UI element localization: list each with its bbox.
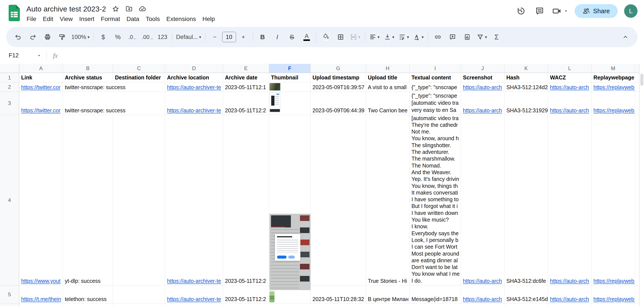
- column-header-I[interactable]: I: [410, 64, 461, 73]
- fill-color-button[interactable]: [318, 31, 333, 43]
- version-history-icon[interactable]: [515, 5, 527, 17]
- cell-I5[interactable]: Message(id=18718: [410, 285, 461, 303]
- menu-data[interactable]: Data: [123, 14, 142, 24]
- menu-file[interactable]: File: [23, 14, 40, 24]
- cell-I1[interactable]: Textual content: [410, 73, 461, 82]
- cell-H1[interactable]: Upload title: [366, 73, 410, 82]
- cell-L4[interactable]: https://auto-arch: [548, 115, 592, 285]
- cell-E1[interactable]: Archive date: [223, 73, 269, 82]
- select-all-corner[interactable]: [0, 64, 19, 73]
- decrease-decimal-button[interactable]: .0←: [125, 31, 140, 43]
- cell-C1[interactable]: Destination folder: [113, 73, 165, 82]
- cell-A3[interactable]: https://twitter.cor: [19, 92, 63, 115]
- cell-link[interactable]: https://auto-arch: [550, 84, 589, 90]
- cell-link[interactable]: https://replayweb.: [594, 296, 635, 302]
- meet-video-icon[interactable]: [552, 6, 568, 16]
- cell-M2[interactable]: https://replayweb.: [592, 82, 635, 92]
- cell-link[interactable]: https://auto-arch: [550, 107, 589, 114]
- cell-M5[interactable]: https://replayweb.: [592, 285, 635, 303]
- undo-button[interactable]: [11, 31, 26, 43]
- cell-link[interactable]: https://auto-arch: [550, 278, 589, 284]
- cell-M6[interactable]: [592, 303, 635, 306]
- zoom-select[interactable]: 100%▾: [70, 31, 92, 43]
- cell-link[interactable]: https://auto-archiver-te: [167, 107, 221, 114]
- print-button[interactable]: [40, 31, 55, 43]
- cell-M4[interactable]: https://replayweb.: [592, 115, 635, 285]
- menu-help[interactable]: Help: [199, 14, 218, 24]
- cell-link[interactable]: https://twitter.cor: [21, 84, 60, 90]
- cell-L2[interactable]: https://auto-arch: [548, 82, 592, 92]
- text-color-button[interactable]: A: [299, 31, 314, 43]
- functions-button[interactable]: Σ: [489, 31, 504, 43]
- column-header-J[interactable]: J: [461, 64, 504, 73]
- menu-format[interactable]: Format: [98, 14, 124, 24]
- cell-A1[interactable]: Link: [19, 73, 63, 82]
- name-box[interactable]: F12: [6, 50, 43, 61]
- cell-B4[interactable]: yt-dlp: success: [63, 115, 113, 285]
- column-header-B[interactable]: B: [63, 64, 113, 73]
- cell-I3[interactable]: {"_type": "snscrape [automatic video tra…: [410, 92, 461, 115]
- row-header-2[interactable]: 2: [0, 82, 19, 92]
- cell-J6[interactable]: [461, 303, 504, 306]
- number-format-button[interactable]: 123: [155, 31, 170, 43]
- cell-partial-2[interactable]: [635, 82, 639, 92]
- column-header-A[interactable]: A: [19, 64, 63, 73]
- scrollbar-thumb[interactable]: [640, 74, 643, 86]
- column-header-G[interactable]: G: [310, 64, 366, 73]
- merge-cells-button[interactable]: ▾: [348, 31, 363, 43]
- insert-comment-button[interactable]: [445, 31, 460, 43]
- cell-K4[interactable]: SHA3-512:dc6fe: [504, 115, 548, 285]
- cell-link[interactable]: https://auto-arch: [463, 296, 502, 302]
- cell-F3[interactable]: [269, 92, 310, 115]
- star-icon[interactable]: [112, 5, 120, 13]
- menu-extensions[interactable]: Extensions: [163, 14, 199, 24]
- document-title[interactable]: Auto archive test 2023-2: [26, 5, 106, 13]
- cell-J1[interactable]: Screenshot: [461, 73, 504, 82]
- cell-D6[interactable]: [165, 303, 223, 306]
- cell-D4[interactable]: https://auto-archiver-te: [165, 115, 223, 285]
- menu-view[interactable]: View: [56, 14, 76, 24]
- cell-A2[interactable]: https://twitter.cor: [19, 82, 63, 92]
- cell-F6[interactable]: [269, 303, 310, 306]
- format-currency-button[interactable]: $: [96, 31, 111, 43]
- cell-link[interactable]: https://auto-archiver-te: [167, 84, 221, 90]
- cell-A4[interactable]: https://www.yout: [19, 115, 63, 285]
- cell-H3[interactable]: Two Carrion bee: [366, 92, 410, 115]
- cell-link[interactable]: https://twitter.cor: [21, 107, 60, 114]
- formula-input[interactable]: [58, 47, 644, 64]
- column-header-E[interactable]: E: [223, 64, 269, 73]
- cell-H2[interactable]: A visit to a small: [366, 82, 410, 92]
- cell-E2[interactable]: 2023-05-11T12:1: [223, 82, 269, 92]
- cell-partial-5[interactable]: [635, 285, 639, 303]
- filter-button[interactable]: ▾: [474, 31, 489, 43]
- cell-K5[interactable]: SHA3-512:e145d: [504, 285, 548, 303]
- sheets-logo-icon[interactable]: [8, 4, 21, 22]
- font-size-input[interactable]: 10: [222, 32, 236, 42]
- cell-B1[interactable]: Archive status: [63, 73, 113, 82]
- cell-D1[interactable]: Archive location: [165, 73, 223, 82]
- cell-M3[interactable]: https://replayweb.: [592, 92, 635, 115]
- cell-G1[interactable]: Upload timestamp: [310, 73, 366, 82]
- cloud-saved-icon[interactable]: [138, 5, 146, 13]
- column-header-K[interactable]: K: [504, 64, 548, 73]
- cell-G6[interactable]: [310, 303, 366, 306]
- cell-C4[interactable]: [113, 115, 165, 285]
- menu-insert[interactable]: Insert: [76, 14, 98, 24]
- cell-H4[interactable]: True Stories - Hi: [366, 115, 410, 285]
- cell-A5[interactable]: https://t.me/thein: [19, 285, 63, 303]
- cell-link[interactable]: https://auto-arch: [550, 296, 589, 302]
- cell-link[interactable]: https://replayweb.: [594, 84, 635, 90]
- cell-G4[interactable]: [310, 115, 366, 285]
- italic-button[interactable]: I: [270, 31, 284, 43]
- column-header-F[interactable]: F: [269, 64, 310, 73]
- row-header-1[interactable]: 1: [0, 73, 19, 82]
- cell-M1[interactable]: Replaywebpage: [592, 73, 635, 82]
- paint-format-button[interactable]: [55, 31, 70, 43]
- cell-partial-4[interactable]: [635, 115, 639, 285]
- cell-partial-1[interactable]: [635, 73, 639, 82]
- row-header-4[interactable]: 4: [0, 115, 19, 285]
- column-header-M[interactable]: M: [592, 64, 635, 73]
- column-header-partial[interactable]: [635, 64, 639, 73]
- bold-button[interactable]: B: [255, 31, 270, 43]
- cell-E3[interactable]: 2023-05-11T12:2: [223, 92, 269, 115]
